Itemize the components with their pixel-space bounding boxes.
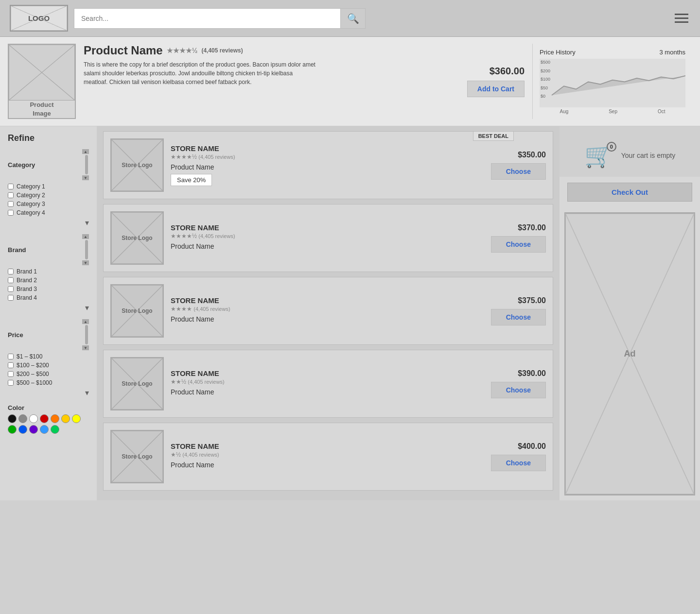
- cart-section: 🛒 0 Your cart is empty: [560, 126, 700, 177]
- price-history-box: Price History 3 months $500 $200 $100 $5…: [532, 44, 692, 119]
- filter-section-price: Price ▲ ▼ $1 – $100 $100 – $200 $200 – $…: [8, 319, 89, 397]
- filter-price-4: $500 – $1000: [8, 379, 89, 386]
- listing-product-name-2: Product Name: [171, 242, 476, 250]
- search-container: 🔍: [74, 8, 366, 29]
- listing-info-5: STORE NAME ★½ (4,405 reviews) Product Na…: [171, 442, 476, 472]
- add-to-cart-button[interactable]: Add to Cart: [467, 81, 525, 97]
- listing-info-1: STORE NAME ★★★★½ (4,405 reviews) Product…: [171, 144, 476, 186]
- label-category-1: Category 1: [17, 183, 45, 190]
- store-logo-4: Store Logo: [110, 357, 164, 410]
- swatch-black[interactable]: [8, 414, 17, 423]
- swatch-yellow-orange[interactable]: [61, 414, 70, 423]
- swatch-white[interactable]: [29, 414, 38, 423]
- filter-brand-1: Brand 1: [8, 268, 89, 275]
- store-logo-1: Store Logo: [110, 138, 164, 192]
- brand-scroll-up[interactable]: ▲: [82, 234, 89, 239]
- label-brand-2: Brand 2: [17, 277, 37, 284]
- listing-stars-3: ★★★★ (4,405 reviews): [171, 306, 476, 312]
- checkbox-price-4[interactable]: [8, 380, 14, 386]
- listing-price-1: $350.00: [518, 151, 546, 159]
- swatch-gray[interactable]: [18, 414, 27, 423]
- chart-y-labels: $500 $200 $100 $50 $0: [540, 59, 551, 100]
- product-name: Product Name: [84, 44, 163, 57]
- swatch-red[interactable]: [40, 414, 49, 423]
- filter-section-price-header: Price ▲ ▼: [8, 319, 89, 350]
- search-input[interactable]: [74, 8, 340, 29]
- store-name-4: STORE NAME: [171, 369, 476, 377]
- checkbox-brand-4[interactable]: [8, 295, 14, 301]
- listing-product-name-3: Product Name: [171, 315, 476, 323]
- category-expand[interactable]: ▾: [85, 218, 89, 227]
- listing-card-3: Store Logo STORE NAME ★★★★ (4,405 review…: [103, 277, 553, 345]
- category-scrollbar: [85, 155, 88, 174]
- filter-color-label: Color: [8, 404, 24, 411]
- brand-expand[interactable]: ▾: [85, 303, 89, 312]
- listing-stars-4: ★★½ (4,405 reviews): [171, 378, 476, 385]
- product-info: Product Name ★★★★½ (4,405 reviews) This …: [84, 44, 449, 119]
- choose-button-5[interactable]: Choose: [491, 455, 546, 471]
- store-logo-5: Store Logo: [110, 430, 164, 483]
- product-banner: Product Image Product Name ★★★★½ (4,405 …: [0, 37, 700, 126]
- swatch-purple[interactable]: [29, 425, 38, 434]
- price-scroll-up[interactable]: ▲: [82, 319, 89, 324]
- checkbox-category-1[interactable]: [8, 184, 14, 189]
- listing-card-5: Store Logo STORE NAME ★½ (4,405 reviews)…: [103, 423, 553, 491]
- choose-button-2[interactable]: Choose: [491, 236, 546, 253]
- store-name-1: STORE NAME: [171, 144, 476, 153]
- swatch-light-blue[interactable]: [40, 425, 49, 434]
- checkbox-price-3[interactable]: [8, 371, 14, 377]
- color-swatches: [8, 414, 89, 434]
- choose-button-4[interactable]: Choose: [491, 382, 546, 398]
- filter-section-category: Category ▲ ▼ Category 1 Category 2 Categ…: [8, 149, 89, 227]
- price-history-header: Price History 3 months: [540, 49, 685, 56]
- choose-button-1[interactable]: Choose: [491, 163, 546, 180]
- filter-section-brand-header: Brand ▲ ▼: [8, 234, 89, 265]
- checkbox-category-3[interactable]: [8, 201, 14, 207]
- hamburger-menu[interactable]: [673, 12, 690, 25]
- filter-section-color-header: Color: [8, 404, 89, 411]
- price-history-period: 3 months: [660, 49, 685, 56]
- hamburger-line-1: [675, 14, 688, 15]
- listings: BEST DEAL Store Logo STORE NAME ★★★★½ (4…: [97, 126, 559, 500]
- category-scroll-up[interactable]: ▲: [82, 149, 89, 154]
- header: LOGO 🔍: [0, 0, 700, 37]
- listing-right-2: $370.00 Choose: [483, 223, 546, 253]
- swatch-blue[interactable]: [18, 425, 27, 434]
- filter-price-3: $200 – $500: [8, 371, 89, 377]
- checkbox-category-4[interactable]: [8, 210, 14, 216]
- product-reviews: (4,405 reviews): [201, 47, 243, 54]
- checkbox-price-1[interactable]: [8, 354, 14, 359]
- filter-category-3: Category 3: [8, 201, 89, 207]
- swatch-green[interactable]: [8, 425, 17, 434]
- listing-stars-2: ★★★★½ (4,405 reviews): [171, 233, 476, 239]
- checkbox-price-2[interactable]: [8, 362, 14, 368]
- checkbox-brand-3[interactable]: [8, 286, 14, 292]
- category-scroll-down[interactable]: ▼: [82, 175, 89, 180]
- checkbox-brand-2[interactable]: [8, 277, 14, 283]
- store-logo-label-5: Store Logo: [122, 453, 152, 460]
- listing-info-3: STORE NAME ★★★★ (4,405 reviews) Product …: [171, 296, 476, 326]
- svg-marker-6: [552, 76, 685, 95]
- product-title: Product Name ★★★★½ (4,405 reviews): [84, 44, 449, 57]
- best-deal-badge: BEST DEAL: [473, 131, 514, 141]
- brand-scroll-down[interactable]: ▼: [82, 260, 89, 265]
- checkbox-category-2[interactable]: [8, 192, 14, 198]
- price-expand[interactable]: ▾: [85, 388, 89, 397]
- checkout-button[interactable]: Check Out: [567, 183, 692, 202]
- logo[interactable]: LOGO: [10, 5, 68, 32]
- checkbox-brand-1[interactable]: [8, 269, 14, 274]
- swatch-yellow[interactable]: [72, 414, 81, 423]
- logo-label: LOGO: [28, 14, 50, 22]
- filter-price-1: $1 – $100: [8, 353, 89, 360]
- listing-card-2: Store Logo STORE NAME ★★★★½ (4,405 revie…: [103, 204, 553, 272]
- swatch-teal[interactable]: [51, 425, 59, 434]
- listing-right-3: $375.00 Choose: [483, 296, 546, 325]
- price-scroll-down[interactable]: ▼: [82, 345, 89, 350]
- filter-brand-label: Brand: [8, 246, 26, 254]
- store-logo-3: Store Logo: [110, 284, 164, 338]
- choose-button-3[interactable]: Choose: [491, 309, 546, 325]
- swatch-orange[interactable]: [51, 414, 59, 423]
- listing-right-4: $390.00 Choose: [483, 369, 546, 398]
- search-button[interactable]: 🔍: [340, 8, 366, 29]
- filter-brand-2: Brand 2: [8, 277, 89, 284]
